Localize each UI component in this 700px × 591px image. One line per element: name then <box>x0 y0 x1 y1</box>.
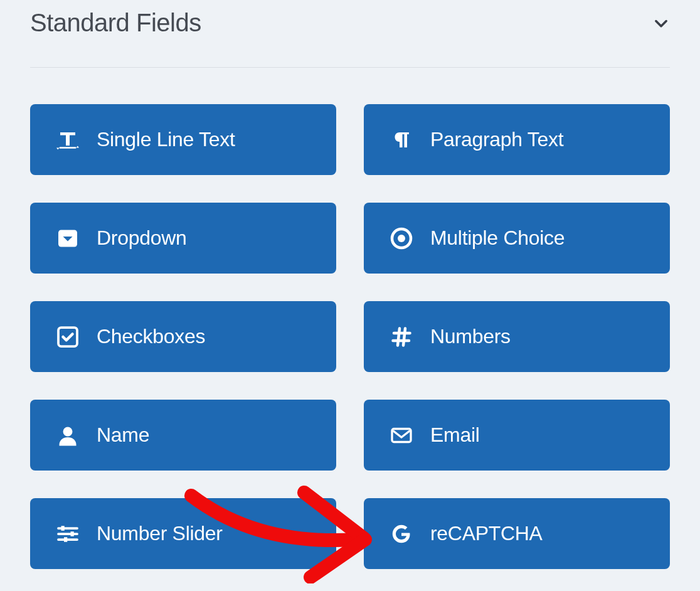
svg-point-7 <box>63 427 73 436</box>
svg-rect-12 <box>71 531 74 536</box>
checkbox-icon <box>56 326 79 348</box>
svg-rect-10 <box>61 526 65 531</box>
svg-rect-0 <box>60 147 77 148</box>
dropdown-icon <box>56 227 79 250</box>
field-label: Name <box>97 423 149 447</box>
sliders-icon <box>56 523 79 545</box>
field-label: Number Slider <box>97 522 223 545</box>
field-number-slider[interactable]: Number Slider <box>30 498 336 569</box>
field-label: Multiple Choice <box>430 226 565 250</box>
field-checkboxes[interactable]: Checkboxes <box>30 301 336 372</box>
hash-icon <box>390 326 413 348</box>
svg-marker-1 <box>77 146 80 147</box>
field-label: Paragraph Text <box>430 128 563 151</box>
radio-icon <box>390 227 413 250</box>
section-header[interactable]: Standard Fields <box>30 9 670 68</box>
field-single-line-text[interactable]: Single Line Text <box>30 104 336 175</box>
svg-point-5 <box>398 235 405 242</box>
field-label: Numbers <box>430 325 511 348</box>
field-numbers[interactable]: Numbers <box>364 301 670 372</box>
field-recaptcha[interactable]: reCAPTCHA <box>364 498 670 569</box>
paragraph-icon <box>390 129 413 151</box>
field-multiple-choice[interactable]: Multiple Choice <box>364 203 670 274</box>
envelope-icon <box>390 424 413 447</box>
field-name[interactable]: Name <box>30 400 336 471</box>
field-label: Checkboxes <box>97 325 205 348</box>
chevron-down-icon <box>652 14 670 32</box>
field-label: Dropdown <box>97 226 186 250</box>
text-cursor-icon <box>56 129 79 151</box>
section-title: Standard Fields <box>30 9 201 37</box>
svg-rect-8 <box>392 429 411 442</box>
field-dropdown[interactable]: Dropdown <box>30 203 336 274</box>
field-label: Single Line Text <box>97 128 235 151</box>
field-label: Email <box>430 423 480 447</box>
field-paragraph-text[interactable]: Paragraph Text <box>364 104 670 175</box>
user-icon <box>56 424 79 447</box>
field-grid: Single Line Text Paragraph Text Dropdown… <box>30 104 670 569</box>
field-email[interactable]: Email <box>364 400 670 471</box>
google-g-icon <box>390 523 413 545</box>
svg-rect-14 <box>64 537 67 542</box>
standard-fields-panel: Standard Fields Single Line Text Paragra… <box>0 0 700 569</box>
field-label: reCAPTCHA <box>430 522 543 545</box>
svg-marker-2 <box>56 147 60 149</box>
